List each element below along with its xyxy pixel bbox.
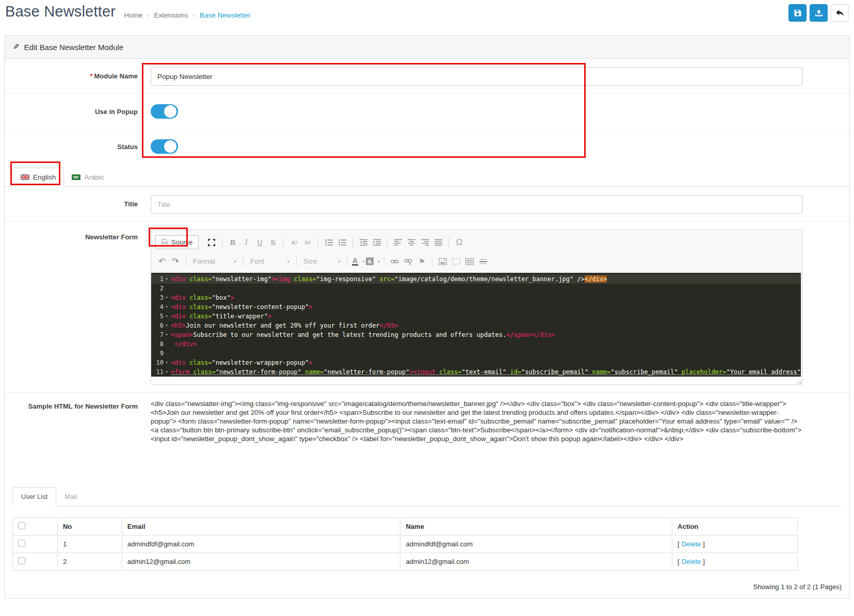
horizontal-rule-icon[interactable] xyxy=(477,255,489,268)
editor-footer xyxy=(151,377,802,384)
code-line: 5▾<div class="title-wrapper"> xyxy=(151,312,801,321)
use-in-popup-group: Use in Popup xyxy=(5,93,849,128)
back-button[interactable] xyxy=(831,4,849,22)
header-actions xyxy=(788,3,849,22)
resize-grip-icon[interactable] xyxy=(795,378,801,384)
source-button[interactable]: Source xyxy=(155,235,199,249)
breadcrumb-home[interactable]: Home xyxy=(124,11,142,19)
required-asterisk: * xyxy=(90,72,92,80)
code-line: 1▾<div class="newslatter-img"><img class… xyxy=(151,274,801,284)
tab-arabic-label: Arabic xyxy=(84,173,104,181)
redo-icon[interactable]: ↷ xyxy=(169,255,182,268)
editor-scrollbar[interactable] xyxy=(801,273,802,377)
table-row: 2 admin12@gmail.com admin12@gmail.com [D… xyxy=(13,553,798,571)
breadcrumb-extensions[interactable]: Extensions xyxy=(154,11,188,19)
fold-spacer xyxy=(164,284,170,293)
italic-icon[interactable]: I xyxy=(240,236,252,249)
unlink-icon[interactable] xyxy=(402,255,414,268)
bold-icon[interactable]: B xyxy=(227,236,239,249)
subscript-icon[interactable]: x2 xyxy=(288,236,300,249)
format-dropdown[interactable]: Format▾ xyxy=(190,256,239,266)
maximize-icon[interactable] xyxy=(205,236,218,249)
justify-icon[interactable] xyxy=(432,236,444,249)
tab-arabic[interactable]: Arabic xyxy=(64,168,111,186)
use-in-popup-toggle[interactable] xyxy=(151,104,178,119)
toggle-knob xyxy=(164,105,176,118)
tab-mail[interactable]: Mail xyxy=(56,488,85,506)
undo-icon[interactable]: ↶ xyxy=(156,255,168,268)
align-left-icon[interactable] xyxy=(392,236,404,249)
toggle-knob xyxy=(164,140,176,153)
cell-action: [Delete] xyxy=(672,536,798,553)
sample-html-label: Sample HTML for Newsletter Form xyxy=(5,399,151,443)
delete-link[interactable]: Delete xyxy=(682,558,701,565)
select-all-checkbox[interactable] xyxy=(18,522,25,529)
upload-button[interactable] xyxy=(810,4,828,22)
ckeditor: Source B I U S xyxy=(151,230,802,385)
table-icon[interactable] xyxy=(463,255,476,268)
panel-heading-text: Edit Base Newsletter Module xyxy=(24,43,124,52)
fold-spacer xyxy=(164,339,170,349)
tab-english[interactable]: English xyxy=(12,168,64,187)
align-right-icon[interactable] xyxy=(418,236,431,249)
subscriber-table: No Email Name Action 1 admindfdf@gmail.c… xyxy=(12,517,798,571)
increase-indent-icon[interactable] xyxy=(370,236,383,249)
page-header: Base Newsletter Home › Extensions › Base… xyxy=(0,0,854,30)
chevron-down-icon: ▾ xyxy=(234,259,236,264)
status-label: Status xyxy=(5,138,151,154)
fold-arrow-icon: ▾ xyxy=(164,358,170,367)
title-group: Title xyxy=(5,187,849,221)
pagination-status: Showing 1 to 2 of 2 (1 Pages) xyxy=(12,583,842,591)
save-button[interactable] xyxy=(788,4,807,22)
title-input[interactable] xyxy=(151,195,802,214)
ordered-list-icon[interactable] xyxy=(323,236,335,249)
language-tabs: English Arabic xyxy=(5,165,849,187)
anchor-flag-icon[interactable]: ⚑ xyxy=(415,255,428,268)
background-color-icon[interactable]: A▾ xyxy=(366,255,380,268)
strikethrough-icon[interactable]: S xyxy=(267,236,279,249)
row-checkbox[interactable] xyxy=(18,540,25,547)
module-name-input[interactable] xyxy=(151,67,802,86)
iframe-icon[interactable] xyxy=(450,255,462,268)
link-icon[interactable] xyxy=(389,255,401,268)
status-group: Status xyxy=(5,128,849,163)
code-line: 11▾<form class="newsletter-form-popup" n… xyxy=(151,367,801,377)
col-header-no: No xyxy=(57,518,122,536)
tab-user-list[interactable]: User List xyxy=(12,487,56,506)
text-color-icon[interactable]: A▾ xyxy=(352,255,365,268)
source-button-label: Source xyxy=(171,238,192,246)
use-in-popup-label: Use in Popup xyxy=(5,103,151,119)
col-header-email: Email xyxy=(122,518,400,536)
chevron-down-icon: ▾ xyxy=(338,259,341,264)
user-tabs: User List Mail xyxy=(12,487,842,506)
cell-name: admindfdf@gmail.com xyxy=(400,536,672,553)
source-code-icon xyxy=(162,239,168,246)
underline-icon[interactable]: U xyxy=(253,236,266,249)
cell-email: admin12@gmail.com xyxy=(122,553,400,571)
align-center-icon[interactable] xyxy=(405,236,417,249)
chevron-down-icon: ▾ xyxy=(287,259,289,264)
size-dropdown[interactable]: Size▾ xyxy=(300,256,344,266)
superscript-icon[interactable]: x2 xyxy=(301,236,314,249)
image-icon[interactable] xyxy=(437,255,449,268)
breadcrumb-separator: › xyxy=(147,11,149,19)
breadcrumb-base-newsletter[interactable]: Base Newsletter xyxy=(200,11,250,19)
bullet-list-icon[interactable] xyxy=(336,236,348,249)
font-dropdown[interactable]: Font▾ xyxy=(247,256,293,266)
decrease-indent-icon[interactable] xyxy=(357,236,369,249)
code-line: 9 xyxy=(151,349,801,358)
saudi-flag-icon xyxy=(72,174,80,180)
newsletter-form-label: Newsletter Form xyxy=(5,230,151,385)
row-checkbox[interactable] xyxy=(18,557,25,564)
status-toggle[interactable] xyxy=(151,139,178,154)
table-row: 1 admindfdf@gmail.com admindfdf@gmail.co… xyxy=(13,536,798,553)
fold-arrow-icon: ▾ xyxy=(164,330,170,339)
sample-html-group: Sample HTML for Newsletter Form <div cla… xyxy=(5,393,849,450)
delete-link[interactable]: Delete xyxy=(682,540,701,548)
page: Base Newsletter Home › Extensions › Base… xyxy=(0,0,854,616)
special-char-icon[interactable]: Ω xyxy=(453,236,465,249)
source-code-area[interactable]: 1▾<div class="newslatter-img"><img class… xyxy=(151,273,802,377)
upload-icon xyxy=(815,9,823,17)
code-line: 6▾<h5>Join our newsletter and get 20% of… xyxy=(151,321,801,330)
code-line: 4▾<div class="newsletter-content-popup"> xyxy=(151,302,801,312)
